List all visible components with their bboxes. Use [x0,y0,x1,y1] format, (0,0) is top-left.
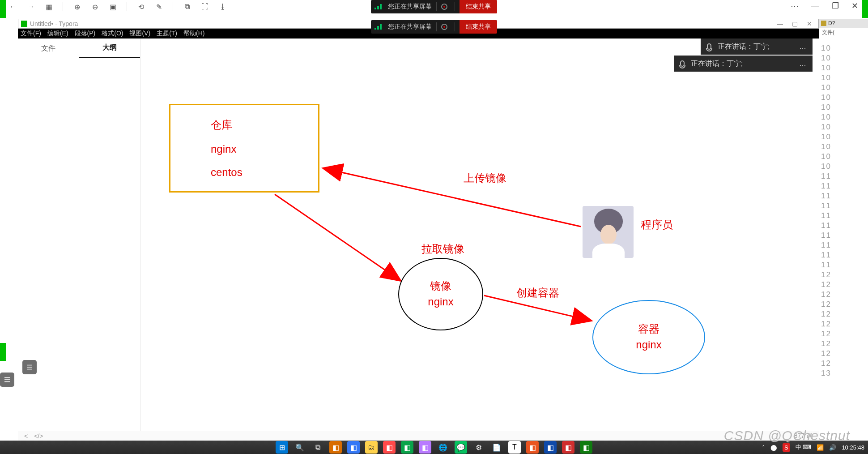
arrow-layer [140,39,819,431]
fullscreen-icon[interactable]: ⛶ [201,3,209,11]
share-text: 您正在共享屏幕 [388,23,432,31]
tray-chevron-icon[interactable]: ˄ [762,444,765,451]
tray-icon[interactable]: ⬤ [770,444,777,451]
stop-share-button[interactable]: 结束共享 [460,0,497,13]
edge-marker [0,343,6,361]
menu-item[interactable]: 编辑(E) [47,30,68,38]
app-icon[interactable]: ◧ [544,441,557,454]
line-number: 11 [821,172,866,182]
separator [127,2,127,11]
speaking-indicator: 正在讲话： 丁宁; … [674,56,813,72]
windows-taskbar[interactable]: ⊞ 🔍 ⧉ ◧ ◧ 🗂 ◧ ◧ ◧ 🌐 💬 ⚙ 📄 T ◧ ◧ ◧ ◧ ˄ ⬤ … [0,441,868,454]
record-icon[interactable] [441,4,447,10]
tab-file[interactable]: 文件 [18,39,79,58]
app-icon[interactable]: ◧ [526,441,539,454]
typora-workspace: 文件 大纲 仓库 nginx [18,39,819,431]
line-number: 11 [821,221,866,231]
image-node-name: nginx [428,294,453,310]
minimize-icon[interactable]: — [811,1,819,11]
maximize-icon[interactable]: ❐ [832,1,839,11]
menu-item[interactable]: 段落(P) [75,30,96,38]
tray-sogou-icon[interactable]: S [783,443,790,452]
line-number: 10 [821,162,866,172]
line-number: 10 [821,54,866,64]
zoom-out-icon[interactable]: ⊖ [91,3,99,11]
taskview-icon[interactable]: ⧉ [311,441,324,454]
programmer-avatar [583,206,634,258]
line-number: 11 [821,261,866,270]
close-icon[interactable]: ✕ [851,1,858,11]
grid-icon[interactable]: ▦ [45,3,53,11]
app-icon[interactable]: ⚙ [472,441,485,454]
tray-volume-icon[interactable]: 🔊 [829,444,836,451]
search-icon[interactable]: 🔍 [294,441,306,454]
minimize-icon[interactable]: — [772,19,787,28]
word-count[interactable]: 877 词 [794,432,813,440]
line-number: 11 [821,192,866,201]
upload-label: 上传镜像 [464,171,506,185]
repo-title: 仓库 [211,118,318,132]
sb-caret-icon[interactable]: < [24,433,28,440]
mic-icon [680,60,685,67]
copy-icon[interactable]: ⧉ [183,3,191,11]
line-number: 11 [821,251,866,261]
menu-item[interactable]: 帮助(H) [183,30,204,38]
line-number: 10 [821,123,866,133]
app-icon[interactable]: ◧ [383,441,396,454]
fit-icon[interactable]: ▣ [109,3,117,11]
forward-icon[interactable]: → [27,3,35,11]
record-icon[interactable] [441,24,447,30]
line-number: 12 [821,320,866,330]
explorer-icon[interactable]: 🗂 [365,441,378,454]
line-number: 10 [821,152,866,162]
app-icon[interactable]: ◧ [401,441,413,454]
sidebar-tabs: 文件 大纲 [18,39,140,58]
zoom-in-icon[interactable]: ⊕ [73,3,81,11]
speaking-name: 丁宁; [727,59,743,69]
tray-time[interactable]: 10:25:48 [842,444,864,451]
app-icon[interactable]: ◧ [562,441,574,454]
app-icon[interactable]: ◧ [419,441,431,454]
more-icon[interactable]: … [799,43,807,51]
line-number: 12 [821,290,866,300]
maximize-icon[interactable]: ▢ [787,19,802,28]
chrome-icon[interactable]: 🌐 [437,441,449,454]
more-icon[interactable]: … [799,60,807,68]
speaking-name: 丁宁; [753,42,770,51]
app-icon[interactable]: ◧ [580,441,592,454]
app-icon[interactable]: 📄 [490,441,503,454]
back-icon[interactable]: ← [9,3,17,11]
line-number: 10 [821,142,866,152]
outline-toggle-button[interactable] [22,360,37,374]
close-icon[interactable]: ✕ [802,19,817,28]
more-icon[interactable]: ⋯ [791,1,799,11]
sb-code-icon[interactable]: </> [34,433,43,440]
diagram-canvas[interactable]: 仓库 nginx centos 镜像 nginx 容器 nginx 程序员 上传… [140,39,819,431]
rotate-left-icon[interactable]: ⟲ [137,3,145,11]
right-panel-label: 文件( [822,29,834,36]
separator [63,2,63,11]
app-icon[interactable]: ◧ [347,441,360,454]
menu-item[interactable]: 主题(T) [157,30,177,38]
menu-item[interactable]: 文件(F) [21,30,41,38]
signal-icon [374,4,384,9]
app-icon[interactable]: ◧ [329,441,342,454]
outer-window-controls: ⋯ — ❐ ✕ [791,1,858,11]
edit-icon[interactable]: ✎ [155,3,163,11]
tray-ime[interactable]: 中 ⌨ [796,443,812,451]
wechat-icon[interactable]: 💬 [455,441,467,454]
typora-window: Untitled• - Typora — ▢ ✕ 文件(F)编辑(E)段落(P)… [18,19,819,441]
line-number: 10 [821,73,866,83]
outline-toggle-button[interactable] [0,373,14,387]
speaking-prefix: 正在讲话： [691,59,727,69]
typora-title-text: Untitled• - Typora [30,20,78,27]
tray-wifi-icon[interactable]: 📶 [817,444,824,451]
system-tray[interactable]: ˄ ⬤ S 中 ⌨ 📶 🔊 10:25:48 [762,441,864,454]
menu-item[interactable]: 格式(O) [102,30,123,38]
typora-icon[interactable]: T [508,441,521,454]
tab-outline[interactable]: 大纲 [79,39,140,58]
start-icon[interactable]: ⊞ [276,441,288,454]
menu-item[interactable]: 视图(V) [129,30,150,38]
stop-share-button[interactable]: 结束共享 [460,20,497,34]
download-icon[interactable]: ⭳ [219,3,227,11]
